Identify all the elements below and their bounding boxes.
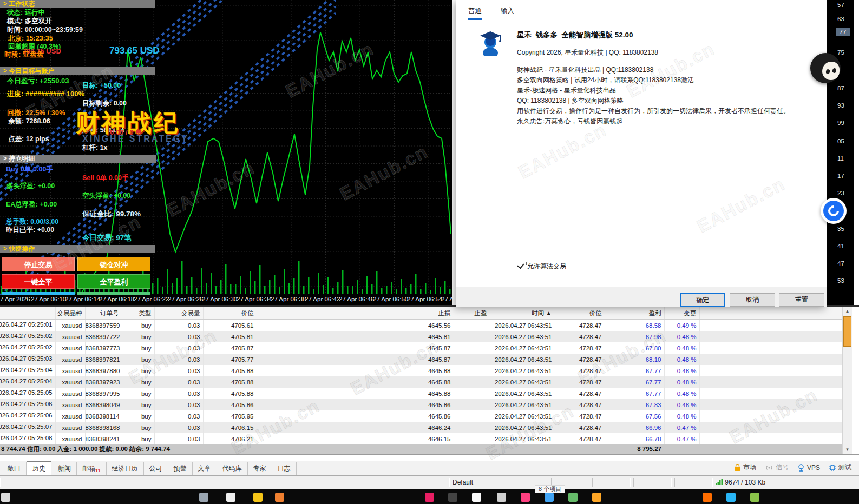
taskbar-app-icon[interactable] (425, 493, 434, 502)
table-cell[interactable]: 68.10 (605, 354, 664, 365)
table-cell[interactable]: buy (122, 354, 154, 365)
table-cell[interactable]: 4705.77 (203, 354, 257, 365)
table-cell[interactable]: 2026.04.27 06:43:51 (490, 376, 555, 388)
table-cell[interactable]: 2026.04.27 06:43:51 (490, 433, 555, 445)
panda-assistant-icon[interactable] (810, 53, 841, 83)
bottom-tab-预警[interactable]: 预警 (168, 462, 193, 476)
table-row[interactable]: 2026.04.27 05:25:02xauusd8368397722buy0.… (0, 331, 842, 342)
bottom-tab-代码库[interactable]: 代码库 (217, 462, 248, 476)
bottom-tab-日志[interactable]: 日志 (272, 462, 297, 476)
table-cell[interactable]: buy (122, 388, 154, 399)
table-cell[interactable]: 4706.15 (203, 422, 257, 433)
bottom-tab-专家[interactable]: 专家 (248, 462, 272, 476)
taskbar-app-icon[interactable] (472, 493, 481, 502)
table-cell[interactable]: 67.77 (605, 365, 664, 376)
table-cell[interactable]: 0.03 (154, 388, 203, 399)
table-cell[interactable]: 2026.04.27 06:43:51 (490, 320, 555, 331)
table-cell[interactable]: 4705.95 (203, 410, 257, 422)
table-cell[interactable]: 2026.04.27 06:43:51 (490, 388, 555, 399)
table-cell[interactable]: xauusd (55, 388, 85, 399)
table-cell[interactable]: xauusd (55, 433, 85, 445)
table-cell[interactable]: 4728.47 (555, 320, 605, 331)
table-cell[interactable]: 2026.04.27 05:25:05 (0, 388, 55, 399)
table-cell[interactable]: 67.83 (605, 399, 664, 410)
table-cell[interactable]: 8368397880 (85, 365, 122, 376)
column-header[interactable]: 价位 (203, 307, 257, 320)
table-row[interactable]: 2026.04.27 05:25:07xauusd8368398168buy0.… (0, 422, 842, 433)
table-cell[interactable]: 2026.04.27 06:43:51 (490, 354, 555, 365)
table-cell[interactable] (699, 376, 842, 388)
table-cell[interactable]: 4728.47 (555, 410, 605, 422)
table-cell[interactable]: 0.49 % (664, 320, 699, 331)
table-cell[interactable]: buy (122, 320, 154, 331)
taskbar-app-icon[interactable] (703, 493, 712, 502)
table-cell[interactable]: 68.58 (605, 320, 664, 331)
bottom-tab-经济日历[interactable]: 经济日历 (107, 462, 144, 476)
table-cell[interactable]: buy (122, 410, 154, 422)
table-cell[interactable]: 4646.15 (257, 433, 454, 445)
table-cell[interactable]: xauusd (55, 331, 85, 342)
close-profit-button[interactable]: 全平盈利 (77, 274, 150, 289)
table-cell[interactable] (454, 365, 490, 376)
table-cell[interactable]: 8368398049 (85, 399, 122, 410)
column-header[interactable]: 盈利 (605, 307, 664, 320)
table-cell[interactable] (699, 410, 842, 422)
table-cell[interactable]: 0.03 (154, 376, 203, 388)
table-cell[interactable]: 2026.04.27 05:25:03 (0, 354, 55, 365)
column-header[interactable]: 交易品种 (55, 307, 85, 320)
table-cell[interactable] (699, 433, 842, 445)
table-cell[interactable]: 67.80 (605, 342, 664, 354)
table-cell[interactable]: buy (122, 399, 154, 410)
table-cell[interactable]: 0.47 % (664, 433, 699, 445)
table-row[interactable]: 2026.04.27 05:25:04xauusd8368397923buy0.… (0, 376, 842, 388)
table-cell[interactable]: 0.48 % (664, 342, 699, 354)
chart-area[interactable]: 7 Apr 202627 Apr 06:1027 Apr 06:1427 Apr… (0, 0, 452, 305)
close-all-button[interactable]: 一键全平 (2, 274, 75, 289)
table-cell[interactable]: 0.48 % (664, 388, 699, 399)
table-cell[interactable] (454, 399, 490, 410)
table-cell[interactable]: 4645.56 (257, 320, 454, 331)
table-cell[interactable]: 4646.24 (257, 422, 454, 433)
table-cell[interactable]: xauusd (55, 410, 85, 422)
table-cell[interactable]: 4728.47 (555, 354, 605, 365)
table-cell[interactable] (454, 410, 490, 422)
table-row[interactable]: 2026.04.27 05:25:03xauusd8368397821buy0.… (0, 354, 842, 365)
table-cell[interactable]: 8368397773 (85, 342, 122, 354)
table-cell[interactable]: buy (122, 331, 154, 342)
table-cell[interactable]: 2026.04.27 05:25:06 (0, 399, 55, 410)
table-cell[interactable]: 0.48 % (664, 376, 699, 388)
table-cell[interactable] (454, 388, 490, 399)
table-cell[interactable]: 4728.47 (555, 331, 605, 342)
table-cell[interactable]: 0.03 (154, 354, 203, 365)
taskbar-app-icon[interactable] (521, 493, 530, 502)
table-scrollbar[interactable]: ▲ ▼ (842, 307, 852, 454)
scrollbar-thumb[interactable] (843, 316, 851, 347)
test-tool[interactable]: 测试 (829, 463, 851, 472)
table-cell[interactable] (454, 354, 490, 365)
table-cell[interactable]: 4645.88 (257, 388, 454, 399)
table-cell[interactable]: 8368397559 (85, 320, 122, 331)
table-cell[interactable]: 0.48 % (664, 410, 699, 422)
table-cell[interactable]: 4705.88 (203, 388, 257, 399)
vps-tool[interactable]: VPS (797, 464, 820, 472)
table-cell[interactable]: 67.56 (605, 410, 664, 422)
table-cell[interactable]: 2026.04.27 05:25:04 (0, 376, 55, 388)
taskbar-app-icon[interactable] (253, 493, 263, 502)
column-header[interactable] (699, 307, 842, 320)
table-cell[interactable]: xauusd (55, 320, 85, 331)
table-cell[interactable]: 0.03 (154, 399, 203, 410)
bottom-tab-历史[interactable]: 历史 (27, 461, 51, 476)
table-cell[interactable]: 0.03 (154, 320, 203, 331)
taskbar-app-icon[interactable] (199, 493, 208, 502)
table-cell[interactable]: xauusd (55, 342, 85, 354)
windows-taskbar[interactable] (0, 489, 859, 504)
table-cell[interactable]: xauusd (55, 399, 85, 410)
table-cell[interactable]: 4728.47 (555, 376, 605, 388)
table-cell[interactable]: 4705.61 (203, 320, 257, 331)
table-cell[interactable] (699, 399, 842, 410)
table-cell[interactable]: 4645.87 (257, 342, 454, 354)
table-cell[interactable]: 2026.04.27 05:25:08 (0, 433, 55, 445)
table-cell[interactable]: 2026.04.27 05:25:07 (0, 422, 55, 433)
table-cell[interactable]: 2026.04.27 06:43:51 (490, 342, 555, 354)
table-cell[interactable]: 4728.47 (555, 342, 605, 354)
